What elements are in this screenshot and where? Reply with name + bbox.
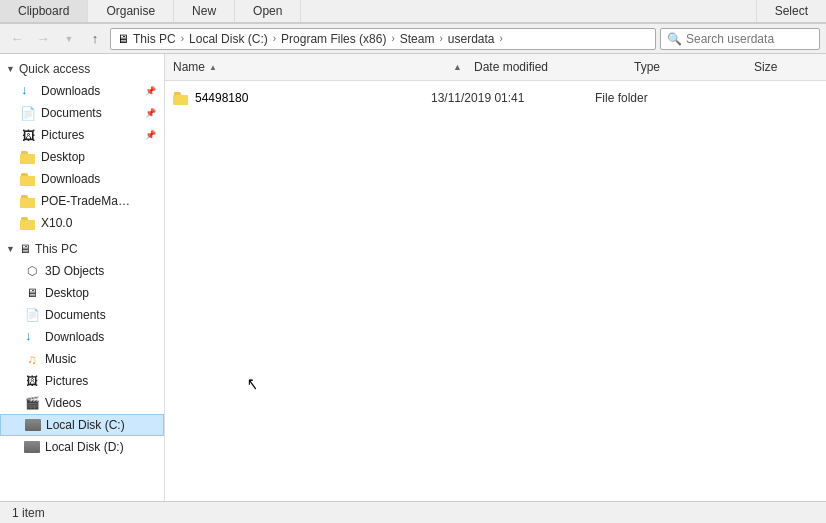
- ribbon-tab-bar: Clipboard Organise New Open Select: [0, 0, 826, 23]
- file-cell-type: File folder: [595, 91, 715, 105]
- tab-select[interactable]: Select: [756, 0, 826, 22]
- sidebar-label-downloads2: Downloads: [41, 172, 100, 186]
- this-pc-label: This PC: [35, 242, 78, 256]
- sidebar-item-poe[interactable]: POE-TradeMacro: [0, 190, 164, 212]
- up-button[interactable]: ↑: [84, 28, 106, 50]
- sidebar-label-music: Music: [45, 352, 76, 366]
- status-bar: 1 item: [0, 501, 826, 523]
- pin-icon: 📌: [145, 86, 156, 96]
- file-cell-name: 54498180: [173, 91, 427, 105]
- sidebar-item-downloads3[interactable]: Downloads: [0, 326, 164, 348]
- address-segment-disk: Local Disk (C:): [189, 32, 268, 46]
- sidebar-item-documents2[interactable]: 📄 Documents: [0, 304, 164, 326]
- sidebar-label-local-disk-d: Local Disk (D:): [45, 440, 124, 454]
- sidebar-label-x10: X10.0: [41, 216, 72, 230]
- address-sep-1: ›: [181, 33, 184, 44]
- pictures-icon: 🖼: [20, 128, 36, 143]
- sidebar-label-pictures2: Pictures: [45, 374, 88, 388]
- sidebar-item-3d-objects[interactable]: ⬡ 3D Objects: [0, 260, 164, 282]
- sidebar-section-quick-access[interactable]: ▼ Quick access: [0, 58, 164, 80]
- file-name: 54498180: [195, 91, 248, 105]
- address-segment-steam: Steam: [400, 32, 435, 46]
- cursor-pointer: ↖: [247, 375, 258, 393]
- sidebar-label-pictures-pinned: Pictures: [41, 128, 84, 142]
- address-sep-2: ›: [273, 33, 276, 44]
- sidebar-item-pictures2[interactable]: 🖼 Pictures: [0, 370, 164, 392]
- pictures-icon2: 🖼: [24, 374, 40, 388]
- sidebar-item-local-disk-d[interactable]: Local Disk (D:): [0, 436, 164, 458]
- address-bar[interactable]: 🖥 This PC › Local Disk (C:) › Program Fi…: [110, 28, 656, 50]
- folder-icon-desktop: [20, 151, 36, 164]
- expand-icon-pc: ▼: [6, 244, 15, 254]
- search-box[interactable]: 🔍: [660, 28, 820, 50]
- download-icon3: [24, 329, 40, 345]
- expand-icon: ▼: [6, 64, 15, 74]
- file-content-area[interactable]: ↖: [165, 295, 826, 501]
- sidebar-item-downloads2[interactable]: Downloads: [0, 168, 164, 190]
- folder-icon-x10: [20, 217, 36, 230]
- col-header-size[interactable]: Size: [746, 58, 826, 76]
- forward-button[interactable]: →: [32, 28, 54, 50]
- file-cell-date: 13/11/2019 01:41: [431, 91, 591, 105]
- sidebar-label-downloads3: Downloads: [45, 330, 104, 344]
- sidebar-section-this-pc[interactable]: ▼ 🖥 This PC: [0, 238, 164, 260]
- sidebar-item-desktop2[interactable]: 🖥 Desktop: [0, 282, 164, 304]
- sidebar-label-desktop2: Desktop: [45, 286, 89, 300]
- table-row[interactable]: 54498180 13/11/2019 01:41 File folder: [165, 85, 826, 111]
- sidebar-label-3d: 3D Objects: [45, 264, 104, 278]
- col-header-type[interactable]: Type: [626, 58, 746, 76]
- sidebar-item-x10[interactable]: X10.0: [0, 212, 164, 234]
- video-icon: 🎬: [24, 396, 40, 410]
- ribbon: Clipboard Organise New Open Select: [0, 0, 826, 24]
- doc-icon2: 📄: [24, 308, 40, 322]
- recent-button[interactable]: ▼: [58, 28, 80, 50]
- sidebar-item-local-disk-c[interactable]: Local Disk (C:): [0, 414, 164, 436]
- scroll-up-btn[interactable]: ▲: [453, 62, 462, 72]
- file-pane: Name ▲ ▲ Date modified Type Size 5449818…: [165, 54, 826, 501]
- music-icon: ♫: [24, 352, 40, 367]
- address-pc-icon: 🖥: [117, 32, 129, 46]
- sidebar-item-documents-pinned[interactable]: 📄 Documents 📌: [0, 102, 164, 124]
- desktop-icon: 🖥: [24, 286, 40, 300]
- sidebar-item-music[interactable]: ♫ Music: [0, 348, 164, 370]
- tab-open[interactable]: Open: [235, 0, 301, 22]
- folder-icon-downloads2: [20, 173, 36, 186]
- status-text: 1 item: [12, 506, 45, 520]
- sidebar: ▼ Quick access Downloads 📌 📄 Documents 📌…: [0, 54, 165, 501]
- folder-icon-file: [173, 92, 189, 105]
- search-input[interactable]: [686, 32, 813, 46]
- back-button[interactable]: ←: [6, 28, 28, 50]
- sidebar-label-documents-pinned: Documents: [41, 106, 102, 120]
- address-sep-4: ›: [439, 33, 442, 44]
- col-type-label: Type: [634, 60, 660, 74]
- col-header-date[interactable]: Date modified: [466, 58, 626, 76]
- hdd-icon-c: [25, 419, 41, 431]
- sidebar-item-desktop[interactable]: Desktop: [0, 146, 164, 168]
- sidebar-label-documents2: Documents: [45, 308, 106, 322]
- sidebar-item-videos[interactable]: 🎬 Videos: [0, 392, 164, 414]
- pin-icon-doc: 📌: [145, 108, 156, 118]
- sidebar-item-pictures-pinned[interactable]: 🖼 Pictures 📌: [0, 124, 164, 146]
- sidebar-item-downloads-pinned[interactable]: Downloads 📌: [0, 80, 164, 102]
- tab-organise[interactable]: Organise: [88, 0, 174, 22]
- col-name-label: Name: [173, 60, 205, 74]
- pin-icon-pic: 📌: [145, 130, 156, 140]
- quick-access-label: Quick access: [19, 62, 90, 76]
- sidebar-label-desktop: Desktop: [41, 150, 85, 164]
- col-size-label: Size: [754, 60, 777, 74]
- address-segment-pc: This PC: [133, 32, 176, 46]
- sidebar-label-downloads-pinned: Downloads: [41, 84, 100, 98]
- col-header-name[interactable]: Name ▲: [165, 58, 425, 76]
- tab-new[interactable]: New: [174, 0, 235, 22]
- tab-clipboard[interactable]: Clipboard: [0, 0, 88, 22]
- col-date-label: Date modified: [474, 60, 548, 74]
- sidebar-label-videos: Videos: [45, 396, 81, 410]
- hdd-icon-d: [24, 441, 40, 453]
- pc-icon: 🖥: [19, 242, 31, 256]
- file-list: 54498180 13/11/2019 01:41 File folder: [165, 81, 826, 295]
- address-sep-3: ›: [391, 33, 394, 44]
- toolbar: ← → ▼ ↑ 🖥 This PC › Local Disk (C:) › Pr…: [0, 24, 826, 54]
- 3d-icon: ⬡: [24, 264, 40, 278]
- sort-arrow-up: ▲: [209, 63, 217, 72]
- sidebar-label-poe: POE-TradeMacro: [41, 194, 131, 208]
